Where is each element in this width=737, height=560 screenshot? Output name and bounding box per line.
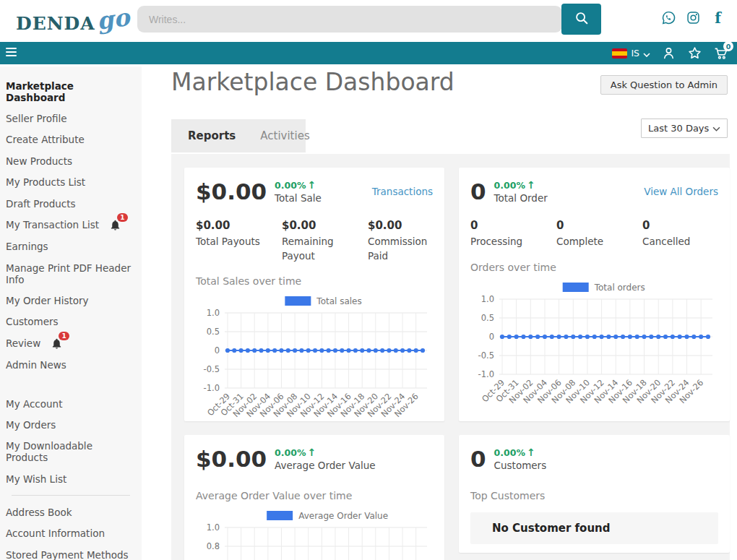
sidebar-item-my-wish-list[interactable]: My Wish List (0, 468, 142, 489)
sidebar-item-label: Draft Products (6, 198, 76, 210)
notification-bell-icon: 1 (51, 337, 63, 350)
svg-text:-0.5: -0.5 (204, 364, 220, 374)
sidebar-item-admin-news[interactable]: Admin News (0, 355, 142, 376)
spain-flag-icon (612, 48, 627, 59)
customers-label: Customers (494, 460, 547, 471)
svg-text:Total orders: Total orders (594, 282, 645, 292)
sidebar-item-label: My Transaction List (6, 219, 99, 231)
sidebar-item-account-information[interactable]: Account Information (0, 523, 142, 544)
total-sale-card: $0.00 0.00%↑ Total Sale Transactions $0.… (184, 168, 444, 421)
sidebar-item-my-downloadable-products[interactable]: My Downloadable Products (0, 436, 142, 468)
ask-question-to-admin-button[interactable]: Ask Question to Admin (600, 75, 728, 95)
sidebar-item-customers[interactable]: Customers (0, 311, 142, 332)
total-order-value: 0 (470, 181, 486, 203)
notification-count-badge: 1 (59, 332, 69, 340)
sidebar-item-label: Manage Print PDF Header Info (6, 262, 134, 285)
total-sale-label: Total Sale (275, 192, 322, 204)
total-order-card: 0 0.00%↑ Total Order View All Orders 0 P… (459, 168, 730, 421)
svg-text:0.5: 0.5 (481, 313, 494, 323)
facebook-icon[interactable]: f (710, 10, 725, 25)
whatsapp-icon[interactable] (661, 10, 676, 25)
sidebar-item-label: Address Book (6, 507, 72, 518)
wishlist-star-icon[interactable] (687, 46, 702, 61)
view-all-orders-link[interactable]: View All Orders (644, 186, 718, 197)
sidebar-item-earnings[interactable]: Earnings (0, 236, 142, 257)
sidebar-item-label: My Order History (6, 295, 89, 306)
logo-brand-text: DENDA (16, 13, 95, 34)
sidebar-item-stored-payment-methods[interactable]: Stored Payment Methods (0, 544, 142, 560)
user-account-icon[interactable] (661, 46, 676, 61)
total-sales-chart: Total sales1.00.50-0.5-1.0Oct-29Oct-31No… (196, 293, 433, 427)
tab-activities[interactable]: Activities (248, 129, 322, 142)
up-arrow-icon: ↑ (307, 447, 316, 458)
dendago-logo[interactable]: DENDAgo (16, 7, 128, 35)
svg-text:1.0: 1.0 (207, 522, 220, 533)
average-order-value-card: $0.00 0.00%↑ Average Order Value Average… (184, 435, 444, 560)
tab-reports[interactable]: Reports (176, 129, 248, 142)
complete-stat: 0 Complete (556, 219, 642, 249)
search-bar (137, 4, 601, 35)
sidebar-item-new-products[interactable]: New Products (0, 150, 142, 171)
language-selector[interactable]: IS (612, 46, 650, 60)
total-sales-over-time-svg: Total sales1.00.50-0.5-1.0Oct-29Oct-31No… (196, 293, 433, 424)
sidebar-divider (12, 495, 130, 496)
svg-text:0.5: 0.5 (207, 327, 220, 337)
top-customers-heading: Top Customers (470, 490, 718, 501)
sidebar-item-seller-profile[interactable]: Seller Profile (0, 108, 142, 129)
hamburger-menu-icon[interactable] (6, 48, 17, 59)
cart-count-badge: 0 (723, 41, 733, 51)
average-order-value: $0.00 (196, 448, 267, 470)
total-sale-value: $0.00 (196, 181, 267, 203)
up-arrow-icon: ↑ (527, 179, 535, 191)
svg-text:1.0: 1.0 (207, 308, 220, 318)
sidebar-item-label: My Downloadable Products (6, 440, 134, 463)
navbar-right-group: IS 0 (612, 42, 728, 64)
svg-text:Total sales: Total sales (316, 296, 361, 306)
total-order-label: Total Order (494, 192, 548, 204)
sidebar-item-marketplace-dashboard[interactable]: Marketplace Dashboard (0, 75, 142, 108)
notification-bell-icon: 1 (109, 219, 121, 231)
sidebar-item-my-order-history[interactable]: My Order History (0, 290, 142, 311)
sidebar-item-review[interactable]: Review1 (0, 332, 142, 354)
search-input[interactable] (137, 6, 562, 33)
total-payouts-stat: $0.00 Total Payouts (196, 219, 282, 263)
average-order-value-over-time-svg: Average Order Value1.00.80.60.40.20Oct-2… (196, 507, 433, 560)
sidebar-item-draft-products[interactable]: Draft Products (0, 193, 142, 214)
svg-text:0: 0 (215, 345, 220, 356)
dashboard-tabs: Reports Activities (171, 119, 306, 152)
svg-text:0.8: 0.8 (207, 541, 220, 551)
customers-delta: 0.00% (494, 447, 525, 458)
sidebar-item-label: Seller Profile (6, 113, 67, 124)
dashboard-panel: $0.00 0.00%↑ Total Sale Transactions $0.… (171, 154, 730, 560)
svg-text:1.0: 1.0 (481, 294, 494, 304)
sidebar-item-address-book[interactable]: Address Book (0, 501, 142, 522)
instagram-icon[interactable] (686, 10, 701, 25)
customers-value: 0 (470, 448, 486, 470)
sidebar-item-create-attribute[interactable]: Create Attribute (0, 129, 142, 150)
sidebar-item-my-account[interactable]: My Account (0, 393, 142, 414)
sidebar-item-my-orders[interactable]: My Orders (0, 414, 142, 435)
average-order-value-delta: 0.00% (275, 447, 306, 458)
sidebar-item-my-transaction-list[interactable]: My Transaction List1 (0, 214, 142, 236)
language-label: IS (631, 48, 639, 59)
sidebar-item-label: Account Information (6, 527, 105, 539)
commission-paid-stat: $0.00 Commission Paid (368, 219, 433, 263)
sidebar-item-my-products-list[interactable]: My Products List (0, 172, 142, 193)
svg-text:Average Order Value: Average Order Value (298, 511, 388, 521)
sidebar-item-label: Stored Payment Methods (6, 549, 129, 560)
orders-over-time-heading: Orders over time (470, 262, 718, 273)
svg-text:-1.0: -1.0 (478, 369, 494, 379)
svg-text:0: 0 (489, 332, 494, 342)
cart-icon[interactable]: 0 (713, 46, 728, 61)
social-links: f (661, 10, 725, 25)
average-order-value-over-time-heading: Average Order Value over time (196, 490, 433, 501)
sidebar-item-label: New Products (6, 155, 72, 167)
transactions-link[interactable]: Transactions (372, 186, 433, 197)
top-header: DENDAgo f (0, 0, 737, 42)
sidebar-section-gap (0, 376, 142, 393)
period-select-dropdown[interactable]: Last 30 Days (641, 119, 728, 138)
search-button[interactable] (561, 4, 601, 35)
sidebar-item-manage-print-pdf-header-info[interactable]: Manage Print PDF Header Info (0, 257, 142, 290)
chevron-down-icon (643, 46, 650, 60)
cancelled-stat: 0 Cancelled (642, 219, 718, 249)
